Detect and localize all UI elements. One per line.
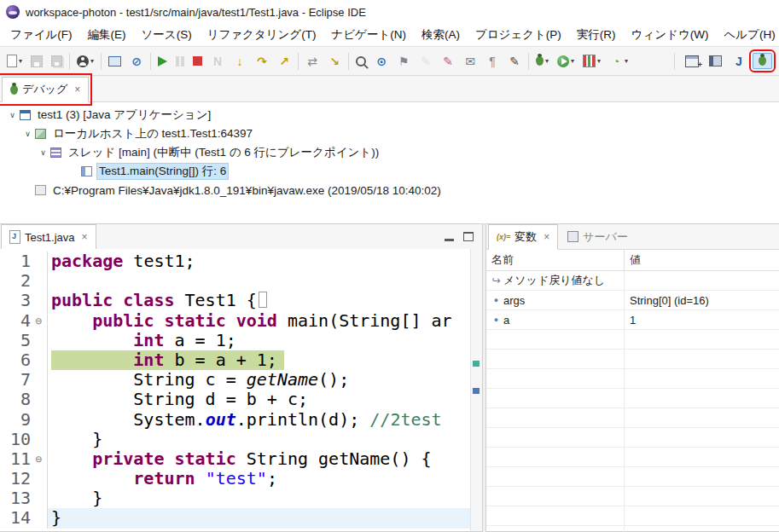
debug-perspective-button[interactable]	[753, 53, 772, 69]
externalize-strings-button[interactable]: ✎	[416, 51, 436, 72]
tab-variables[interactable]: (x)= 変数 ×	[488, 224, 558, 250]
skip-breakpoints-button[interactable]: ⊘	[126, 51, 147, 72]
open-console-button[interactable]	[105, 53, 125, 70]
debug-tree-row[interactable]: C:¥Program Files¥Java¥jdk1.8.0_191¥bin¥j…	[0, 181, 779, 200]
menu-item-navigate[interactable]: ナビゲート(N)	[323, 24, 414, 46]
overview-ruler[interactable]	[470, 249, 482, 531]
line-number[interactable]: 6	[0, 350, 31, 370]
code-line[interactable]: return "test";	[48, 469, 471, 489]
mail-button[interactable]: ✉	[460, 51, 480, 72]
code-line[interactable]: public class Test1 {	[48, 291, 471, 310]
menu-item-refactor[interactable]: リファクタリング(T)	[200, 24, 324, 46]
line-number[interactable]: 13	[0, 489, 31, 508]
close-icon[interactable]: ×	[74, 84, 80, 95]
debug-tree-row[interactable]: Test1.main(String[]) 行: 6	[0, 162, 779, 181]
code-line[interactable]: int a = 1;	[48, 331, 471, 350]
debug-tree-row[interactable]: ∨test1 (3) [Java アプリケーション]	[0, 106, 779, 124]
line-number[interactable]: 10	[0, 430, 31, 449]
search-button[interactable]	[352, 53, 369, 70]
open-type-button[interactable]: ⊙	[371, 51, 392, 72]
java-perspective-button[interactable]: J	[729, 51, 749, 72]
coverage-button[interactable]: ▾	[579, 51, 604, 71]
disconnect-button[interactable]: N	[207, 51, 228, 72]
step-over-button[interactable]: ↷	[252, 51, 272, 72]
line-number[interactable]: 3	[0, 291, 31, 310]
debug-button[interactable]: ▾	[532, 53, 552, 69]
code-line[interactable]: int b = a + 1;	[48, 350, 471, 370]
empty-name-cell	[486, 428, 625, 447]
suspend-button[interactable]	[172, 53, 188, 70]
menu-item-source[interactable]: ソース(S)	[134, 24, 200, 46]
save-all-button[interactable]	[48, 52, 66, 70]
code-line[interactable]	[48, 271, 471, 291]
step-into-button[interactable]: ↓	[230, 51, 250, 72]
tab-servers[interactable]: サーバー	[560, 224, 636, 249]
menu-item-help[interactable]: ヘルプ(H)	[716, 24, 779, 46]
line-number[interactable]: 5	[0, 331, 31, 350]
drop-to-frame-button[interactable]: ⇄	[302, 51, 323, 72]
terminate-button[interactable]	[189, 53, 206, 69]
menu-item-search[interactable]: 検索(A)	[414, 24, 468, 46]
javaee-perspective-button[interactable]	[706, 52, 725, 70]
account-button[interactable]: ▾	[73, 52, 97, 71]
line-number[interactable]: 2	[0, 271, 31, 291]
code-line[interactable]: package test1;	[48, 252, 471, 271]
menu-item-edit[interactable]: 編集(E)	[80, 24, 134, 46]
line-number[interactable]: 1	[0, 252, 31, 271]
last-edit-location-button[interactable]: ⚑	[393, 51, 414, 72]
show-whitespace-button[interactable]: ¶	[482, 51, 503, 72]
code-line[interactable]: String d = b + c;	[48, 390, 471, 409]
code-line[interactable]: public static void main(String[] ar	[48, 311, 471, 331]
occurrence-marker[interactable]	[473, 361, 480, 367]
variable-row[interactable]: ●a1	[486, 310, 779, 330]
line-number[interactable]: 7	[0, 370, 31, 390]
variable-row[interactable]: ↪メソッド戻り値なし	[486, 271, 779, 291]
tree-expander-icon[interactable]: ∨	[5, 111, 20, 119]
code-line[interactable]: System.out.println(d); //2test	[48, 410, 471, 430]
column-value[interactable]: 値	[625, 252, 779, 268]
debug-perspective-icon	[759, 56, 766, 66]
run-button[interactable]: ▾	[554, 52, 578, 71]
line-number[interactable]: 11	[0, 449, 31, 469]
maximize-icon[interactable]	[463, 232, 474, 241]
step-filters-button[interactable]: ↘	[324, 51, 345, 72]
debug-tree-row[interactable]: ∨スレッド [main] (中断中 (Test1 の 6 行にブレークポイント)…	[0, 143, 779, 162]
code-line[interactable]: }	[48, 430, 471, 449]
line-number[interactable]: 4	[0, 311, 31, 331]
menu-item-file[interactable]: ファイル(F)	[3, 24, 80, 46]
new-button[interactable]: ▾	[3, 51, 26, 71]
open-perspective-button[interactable]	[682, 52, 702, 71]
line-number[interactable]: 9	[0, 410, 31, 430]
variable-row[interactable]: ●argsString[0] (id=16)	[486, 291, 779, 310]
code-editor[interactable]: 1package test1;23public class Test1 {4⊖ …	[0, 249, 482, 531]
code-line[interactable]: }	[48, 489, 471, 508]
tree-expander-icon[interactable]: ∨	[36, 148, 50, 157]
tree-expander-icon[interactable]: ∨	[20, 130, 35, 138]
menu-item-window[interactable]: ウィンドウ(W)	[624, 24, 717, 46]
minimize-icon[interactable]	[445, 239, 454, 241]
fold-marker-icon[interactable]: ⊖	[31, 449, 48, 469]
menu-item-project[interactable]: プロジェクト(P)	[468, 24, 569, 46]
dropdown-caret-icon: ▾	[625, 57, 628, 65]
line-number[interactable]: 14	[0, 508, 31, 528]
line-number[interactable]: 12	[0, 469, 31, 489]
code-line[interactable]: }	[48, 508, 471, 528]
debug-tree-row[interactable]: ∨ローカルホスト上の test1.Test1:64397	[0, 124, 779, 143]
resume-button[interactable]	[154, 53, 171, 70]
tab-test1-java[interactable]: Test1.java ×	[1, 224, 96, 250]
profile-button[interactable]: ◔▾	[606, 51, 631, 72]
column-name[interactable]: 名前	[486, 250, 625, 270]
code-line[interactable]: private static String getName() {	[48, 449, 471, 469]
code-line[interactable]: String c = getName();	[48, 370, 471, 390]
step-return-button[interactable]: ↗	[274, 51, 294, 72]
line-number[interactable]: 8	[0, 390, 31, 409]
format-button[interactable]: ✎	[438, 51, 458, 72]
edit-mode-button[interactable]: ✎	[504, 51, 525, 72]
occurrence-marker[interactable]	[473, 388, 480, 394]
menu-item-run[interactable]: 実行(R)	[569, 24, 624, 46]
close-icon[interactable]: ×	[544, 231, 549, 243]
fold-marker-icon[interactable]: ⊖	[31, 311, 48, 331]
close-icon[interactable]: ×	[82, 231, 88, 243]
tab-debug[interactable]: デバッグ ×	[2, 77, 89, 102]
save-button[interactable]	[27, 52, 46, 71]
